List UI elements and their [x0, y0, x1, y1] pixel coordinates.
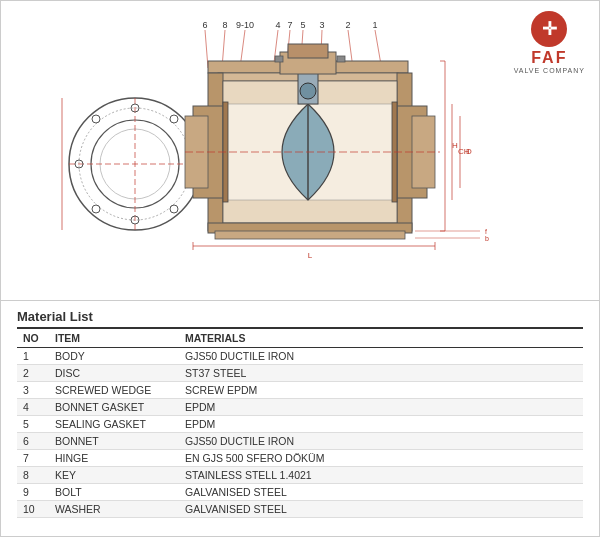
- svg-point-31: [170, 205, 178, 213]
- table-row: 7HINGEEN GJS 500 SFERO DÖKÜM: [17, 450, 583, 467]
- cell-item: KEY: [49, 467, 179, 484]
- svg-text:3: 3: [319, 20, 324, 30]
- col-header-no: NO: [17, 329, 49, 348]
- cell-material: GALVANISED STEEL: [179, 484, 583, 501]
- table-row: 8KEYSTAINLESS STELL 1.4021: [17, 467, 583, 484]
- cell-item: BOLT: [49, 484, 179, 501]
- cell-item: BONNET: [49, 433, 179, 450]
- table-row: 2DISCST37 STEEL: [17, 365, 583, 382]
- table-row: 1BODYGJS50 DUCTILE IRON: [17, 348, 583, 365]
- table-row: 4BONNET GASKETEPDM: [17, 399, 583, 416]
- cell-no: 4: [17, 399, 49, 416]
- cell-no: 10: [17, 501, 49, 518]
- material-list-title: Material List: [17, 309, 583, 329]
- page-container: ✛ FAF VALVE COMPANY 6 8 9-10 4 7 5 3 2 1: [0, 0, 600, 537]
- col-header-item: ITEM: [49, 329, 179, 348]
- svg-point-28: [92, 115, 100, 123]
- cell-item: BODY: [49, 348, 179, 365]
- cell-material: GJS50 DUCTILE IRON: [179, 433, 583, 450]
- cell-material: STAINLESS STELL 1.4021: [179, 467, 583, 484]
- cell-item: WASHER: [49, 501, 179, 518]
- cell-material: EN GJS 500 SFERO DÖKÜM: [179, 450, 583, 467]
- technical-drawing: 6 8 9-10 4 7 5 3 2 1: [11, 11, 589, 290]
- svg-text:8: 8: [222, 20, 227, 30]
- svg-text:6: 6: [202, 20, 207, 30]
- cell-no: 3: [17, 382, 49, 399]
- svg-text:1: 1: [372, 20, 377, 30]
- diagram-area: ✛ FAF VALVE COMPANY 6 8 9-10 4 7 5 3 2 1: [1, 1, 599, 301]
- svg-text:L: L: [308, 251, 313, 260]
- svg-text:7: 7: [287, 20, 292, 30]
- diagram-svg: 6 8 9-10 4 7 5 3 2 1: [60, 16, 540, 286]
- faf-subtitle: VALVE COMPANY: [514, 67, 585, 74]
- cell-no: 7: [17, 450, 49, 467]
- svg-rect-50: [337, 56, 345, 62]
- svg-rect-54: [215, 231, 405, 239]
- faf-brand: FAF: [531, 49, 567, 67]
- svg-point-29: [92, 205, 100, 213]
- svg-text:f: f: [485, 228, 487, 235]
- material-table: NO ITEM MATERIALS 1BODYGJS50 DUCTILE IRO…: [17, 329, 583, 518]
- cell-material: GJS50 DUCTILE IRON: [179, 348, 583, 365]
- svg-text:5: 5: [300, 20, 305, 30]
- table-row: 6BONNETGJS50 DUCTILE IRON: [17, 433, 583, 450]
- faf-logo: ✛ FAF VALVE COMPANY: [514, 11, 585, 74]
- table-row: 3SCREWED WEDGESCREW EPDM: [17, 382, 583, 399]
- cell-item: HINGE: [49, 450, 179, 467]
- table-header-row: NO ITEM MATERIALS: [17, 329, 583, 348]
- cell-no: 9: [17, 484, 49, 501]
- cell-material: ST37 STEEL: [179, 365, 583, 382]
- cell-no: 2: [17, 365, 49, 382]
- table-row: 10WASHERGALVANISED STEEL: [17, 501, 583, 518]
- cell-material: SCREW EPDM: [179, 382, 583, 399]
- cell-material: EPDM: [179, 416, 583, 433]
- cell-material: EPDM: [179, 399, 583, 416]
- cell-item: DISC: [49, 365, 179, 382]
- table-row: 5SEALING GASKETEPDM: [17, 416, 583, 433]
- cell-no: 1: [17, 348, 49, 365]
- svg-point-30: [170, 115, 178, 123]
- col-header-materials: MATERIALS: [179, 329, 583, 348]
- table-row: 9BOLTGALVANISED STEEL: [17, 484, 583, 501]
- cell-no: 8: [17, 467, 49, 484]
- cell-item: SCREWED WEDGE: [49, 382, 179, 399]
- faf-logo-icon: ✛: [531, 11, 567, 47]
- svg-text:b: b: [485, 235, 489, 242]
- svg-point-46: [300, 83, 316, 99]
- svg-rect-49: [275, 56, 283, 62]
- cell-item: BONNET GASKET: [49, 399, 179, 416]
- cell-material: GALVANISED STEEL: [179, 501, 583, 518]
- svg-text:4: 4: [275, 20, 280, 30]
- svg-text:9-10: 9-10: [236, 20, 254, 30]
- material-table-body: 1BODYGJS50 DUCTILE IRON2DISCST37 STEEL3S…: [17, 348, 583, 518]
- cell-item: SEALING GASKET: [49, 416, 179, 433]
- cell-no: 6: [17, 433, 49, 450]
- material-list: Material List NO ITEM MATERIALS 1BODYGJS…: [1, 301, 599, 536]
- svg-text:D: D: [466, 147, 472, 156]
- svg-rect-48: [288, 44, 328, 58]
- cell-no: 5: [17, 416, 49, 433]
- svg-text:2: 2: [345, 20, 350, 30]
